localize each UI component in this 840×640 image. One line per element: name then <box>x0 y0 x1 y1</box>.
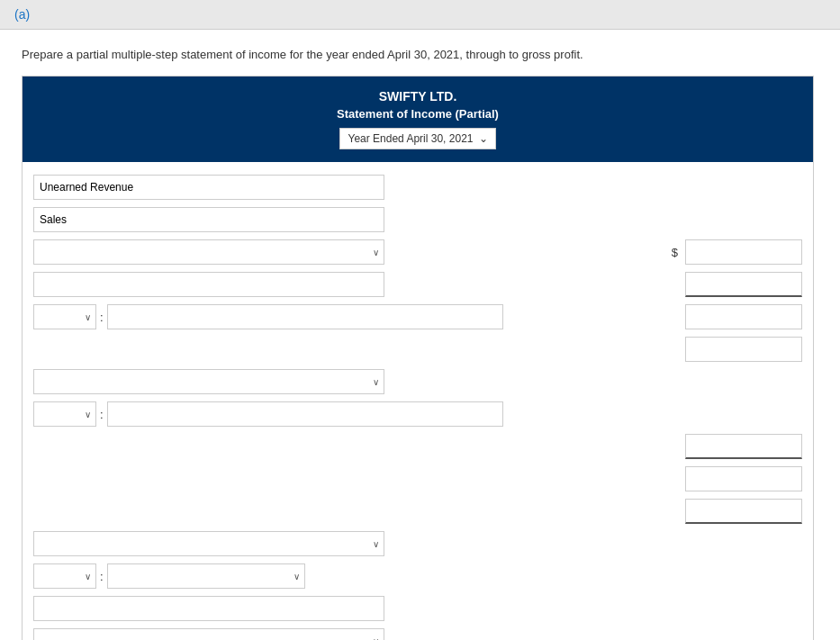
colon-2: : <box>100 408 104 421</box>
unearned-revenue-input[interactable] <box>33 175 384 200</box>
wide-input-2[interactable] <box>33 596 384 621</box>
dollar-sign-1: $ <box>672 246 678 259</box>
amount-input-right3[interactable] <box>685 499 802 524</box>
amount-input-3[interactable] <box>685 304 802 329</box>
colon-input-2[interactable] <box>107 401 503 427</box>
dropdown2-wrapper[interactable] <box>33 369 384 394</box>
row-dropdown1: $ <box>23 236 813 268</box>
row-dropdown3 <box>23 527 813 560</box>
instruction-text: Prepare a partial multiple-step statemen… <box>22 48 818 61</box>
dropdown-colon2-select[interactable] <box>33 401 96 427</box>
colon-3: : <box>100 570 104 583</box>
section-label-bar: (a) <box>0 0 840 30</box>
amount-input-1[interactable] <box>685 239 802 265</box>
row-dropdown-colon2: : <box>23 398 813 430</box>
section-label-text: (a) <box>14 7 30 22</box>
row-input-wide2 <box>23 592 813 625</box>
colon-input-1[interactable] <box>107 304 503 329</box>
dropdown-colon2-select-wrapper[interactable] <box>33 401 96 427</box>
dropdown-colon-dd-select[interactable] <box>33 563 96 589</box>
dropdown4-select[interactable] <box>33 628 384 640</box>
amount-input-4[interactable] <box>685 337 802 362</box>
row-dropdown-colon1: : <box>23 301 813 333</box>
statement-container: SWIFTY LTD. Statement of Income (Partial… <box>22 76 814 640</box>
content-area: Prepare a partial multiple-step statemen… <box>0 30 840 640</box>
row-dropdown2 <box>23 365 813 398</box>
row-sub-amounts1 <box>23 333 813 365</box>
sales-input[interactable] <box>33 207 384 232</box>
dropdown3-wrapper[interactable] <box>33 531 384 556</box>
row-input-wide1 <box>23 268 813 301</box>
amount-input-right1[interactable] <box>685 434 802 459</box>
row-dropdown4 <box>23 625 813 640</box>
dropdown-colon1-select-wrapper[interactable] <box>33 304 96 329</box>
dropdown-colon-dd2-select[interactable] <box>107 563 305 589</box>
chevron-down-icon: ⌄ <box>479 132 488 145</box>
date-dropdown-wrapper[interactable]: Year Ended April 30, 2021 ⌄ <box>339 128 495 149</box>
colon-1: : <box>100 311 104 324</box>
row-sales <box>23 203 813 236</box>
company-name: SWIFTY LTD. <box>32 89 804 104</box>
row-dropdown-colon-dropdown: : <box>23 560 813 592</box>
amount-input-right2[interactable] <box>685 466 802 491</box>
row-unearned-revenue <box>23 171 813 203</box>
dropdown-colon1-select[interactable] <box>33 304 96 329</box>
statement-header: SWIFTY LTD. Statement of Income (Partial… <box>23 77 813 162</box>
dropdown3-select[interactable] <box>33 531 384 556</box>
dropdown-colon-dd-select-wrapper[interactable] <box>33 563 96 589</box>
wide-input-1[interactable] <box>33 272 384 297</box>
row-right-amounts1 <box>23 430 813 527</box>
statement-body: $ : <box>23 162 813 640</box>
amount-input-2[interactable] <box>685 272 802 297</box>
dropdown4-wrapper[interactable] <box>33 628 384 640</box>
statement-title: Statement of Income (Partial) <box>32 107 804 121</box>
dropdown1-select[interactable] <box>33 239 384 265</box>
date-label: Year Ended April 30, 2021 <box>348 132 473 145</box>
dropdown1-wrapper[interactable] <box>33 239 384 265</box>
dropdown-colon-dd2-select-wrapper[interactable] <box>107 563 305 589</box>
dropdown2-select[interactable] <box>33 369 384 394</box>
